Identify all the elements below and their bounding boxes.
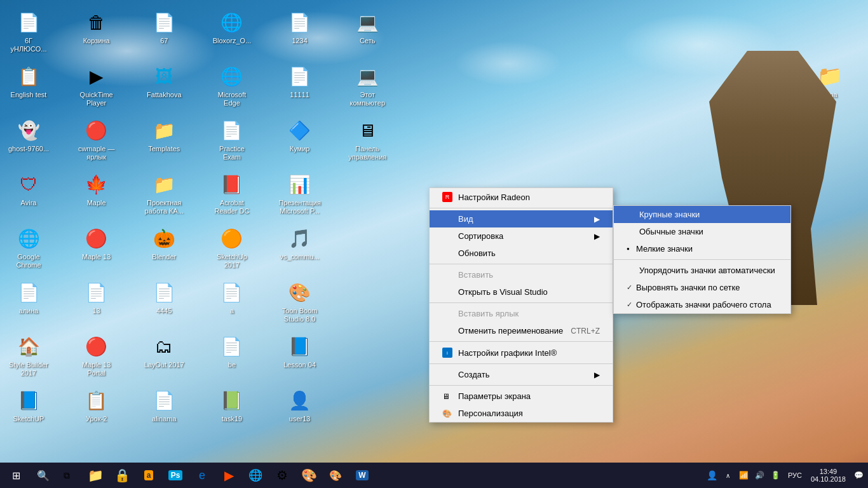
icon-maple2[interactable]: 🍁 Maple [71,168,122,222]
submenu-normal-icons[interactable]: Обычные значки [614,223,790,240]
icon-alina[interactable]: 📄 алина [3,276,54,330]
ctx-sort[interactable]: Сортировка ▶ [430,227,613,245]
icon-ghost[interactable]: 👻 ghost-9760... [3,114,54,168]
taskbar-start-button[interactable]: ⊞ [0,463,32,488]
icon-alinama[interactable]: 📄 alinama [139,384,189,438]
icon-label: cwmaple — ярлык [74,145,119,161]
icon-label: LayOut 2017 [144,361,184,369]
icon-4445[interactable]: 📄 4445 [139,276,189,330]
taskbar-task-view[interactable]: ⧉ [54,463,79,488]
icon-label: liana [822,91,837,99]
desktop-icons: 📄 6Г уНЛЮСО... 📋 English test 👻 ghost-97… [0,3,413,448]
icon-english-test[interactable]: 📋 English test [3,60,54,114]
icon-ppt[interactable]: 📊 Презентация Microsoft P... [275,168,325,222]
icon-1234[interactable]: 📄 1234 [275,6,325,60]
ctx-screen-params[interactable]: 🖥 Параметры экрана [430,388,613,405]
taskbar-network-icon[interactable]: 📶 [738,469,750,482]
icon-11111[interactable]: 📄 11111 [275,60,325,114]
bullet-icon: ● [627,246,636,252]
ctx-separator-2 [430,264,613,264]
icon-maple13-portal[interactable]: 🔴 Maple 13 Portal [71,330,122,384]
radeon-icon: R [442,192,452,202]
taskbar-chrome[interactable]: 🌐 [243,463,268,488]
icon-quicktime[interactable]: ▶ QuickTime Player [71,60,122,114]
taskbar-edge[interactable]: e [189,463,215,488]
taskbar-user-icon[interactable]: 👤 [706,469,719,482]
icon-task19[interactable]: 📗 task19 [207,384,257,438]
ctx-intel-graphics[interactable]: i Настройки графики Intel® [430,344,613,362]
icon-label: SketchUp 2017 [210,253,254,269]
ctx-undo-rename[interactable]: Отменить переименование CTRL+Z [430,322,613,339]
taskbar-word[interactable]: W [349,463,375,488]
taskbar-lock[interactable]: 🔒 [109,463,135,488]
icon-style-builder[interactable]: 🏠 Style Builder 2017 [3,330,54,384]
icon-layout2017[interactable]: 🗂 LayOut 2017 [139,330,189,384]
icon-proektnaya[interactable]: 📁 Проектная работа КА... [139,168,189,222]
taskbar-search-button[interactable]: 🔍 [32,463,54,488]
ctx-personalization[interactable]: 🎨 Персонализация [430,405,613,422]
icon-kumir[interactable]: 🔷 Кумир [275,114,325,168]
ctx-open-vs[interactable]: Открыть в Visual Studio [430,283,613,301]
taskbar-color[interactable]: 🎨 [323,463,348,488]
icon-vscommu[interactable]: 🎵 vs_commu... [275,222,325,276]
ps-icon: Ps [168,470,183,480]
icon-set[interactable]: 💻 Сеть [342,6,393,60]
submenu-small-icons[interactable]: ● Мелкие значки [614,240,790,257]
icon-sketchup2017[interactable]: 🟠 SketchUp 2017 [207,222,257,276]
submenu-align-grid[interactable]: ✓ Выровнять значки по сетке [614,279,790,296]
icon-user13[interactable]: 👤 user13 [275,384,325,438]
icon-google-chrome[interactable]: 🌐 Google Chrome [3,222,54,276]
taskbar-sound-icon[interactable]: 🔊 [754,469,766,482]
icon-label: Проектная работа КА... [142,199,186,215]
taskbar-notification[interactable]: 💬 [852,469,865,482]
ctx-create[interactable]: Создать ▶ [430,366,613,383]
submenu-show-desktop[interactable]: ✓ Отображать значки рабочего стола [614,296,790,313]
icon-label: Lesson 04 [283,361,316,369]
icon-avira[interactable]: 🛡 Avira [3,168,54,222]
taskbar-settings[interactable]: ⚙ [269,463,295,488]
icon-liana[interactable]: 📁 liana [804,64,855,99]
icon-be[interactable]: 📄 be [207,330,257,384]
icon-korzina[interactable]: 🗑 Корзина [71,6,122,60]
icon-word-6g[interactable]: 📄 6Г уНЛЮСО... [3,6,54,60]
icon-urok2[interactable]: 📋 Урок-2 [71,384,122,438]
icon-panel[interactable]: 🖥 Панель управления [342,114,393,168]
icon-13[interactable]: 📄 13 [71,276,122,330]
icon-blender[interactable]: 🎃 Blender [139,222,189,276]
icon-cwmaple[interactable]: 🔴 cwmaple — ярлык [71,114,122,168]
taskbar-file-explorer[interactable]: 📁 [83,463,108,488]
icon-fattakhova[interactable]: 🖼 Fattakhova [139,60,189,114]
taskbar-chevron[interactable]: ∧ [722,469,735,482]
taskbar-media-player[interactable]: ▶ [216,463,241,488]
taskbar-clock[interactable]: 13:49 04.10.2018 [808,468,849,483]
icon-label: Avira [21,199,37,207]
context-menu: R Настройки Radeon Вид ▶ Сортировка ▶ Об… [429,187,613,423]
submenu-large-icons[interactable]: Крупные значки [614,206,790,223]
submenu-auto-arrange[interactable]: Упорядочить значки автоматически [614,262,790,279]
icon-microsoft-edge[interactable]: 🌐 Microsoft Edge [207,60,257,114]
ctx-radeon-settings[interactable]: R Настройки Radeon [430,188,613,206]
ctx-undo-rename-label: Отменить переименование [458,326,571,336]
taskbar-photoshop[interactable]: Ps [163,463,188,488]
icon-maple13-2[interactable]: 🔴 Maple 13 [71,222,122,276]
ctx-refresh[interactable]: Обновить [430,245,613,262]
icon-sketchup[interactable]: 📘 SketchUP [3,384,54,438]
icon-label: Корзина [83,37,110,45]
taskbar-amazon[interactable]: a [136,463,161,488]
ctx-vid[interactable]: Вид ▶ [430,210,613,227]
icon-templates[interactable]: 📁 Templates [139,114,189,168]
icon-label: Панель управления [345,145,390,161]
icon-a[interactable]: 📄 a [207,276,257,330]
icon-acrobat[interactable]: 📕 Acrobat Reader DC [207,168,257,222]
icon-toonboom[interactable]: 🎨 Toon Boom Studio 8.0 [275,276,325,330]
taskbar-paint[interactable]: 🎨 [296,463,322,488]
icon-this-computer[interactable]: 💻 Этот компьютер [342,60,393,114]
taskbar-battery-icon[interactable]: 🔋 [770,469,782,482]
icon-lesson04[interactable]: 📘 Lesson 04 [275,330,325,384]
icon-practice-exam[interactable]: 📄 Practice Exam [207,114,257,168]
icon-label: user13 [289,415,311,423]
icon-67[interactable]: 📄 67 [139,6,189,60]
icon-bloxorz[interactable]: 🌐 Bloxorz_O... [207,6,257,60]
taskbar-language[interactable]: РУС [785,471,804,479]
icon-label: SketchUP [13,415,44,423]
